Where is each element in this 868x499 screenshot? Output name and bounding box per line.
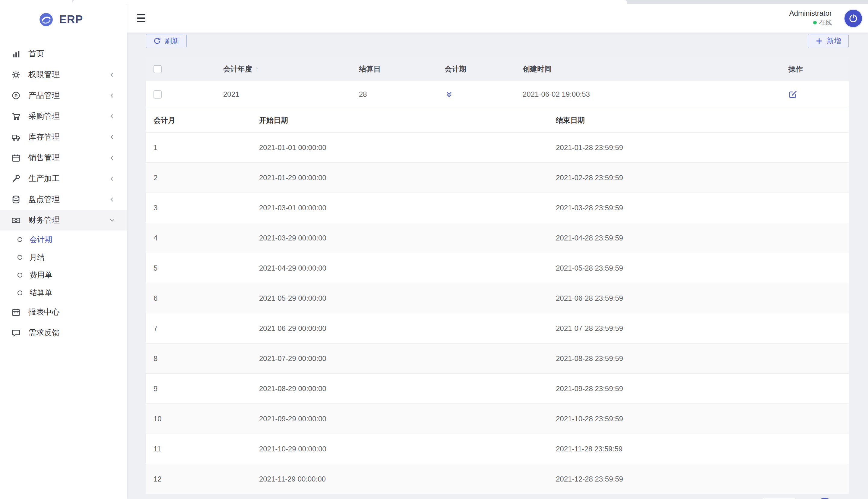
sidebar-item-sales[interactable]: 销售管理 <box>0 147 127 168</box>
row-checkbox[interactable] <box>154 90 162 99</box>
sort-asc-icon[interactable]: ↑ <box>255 65 259 73</box>
sidebar-item-accounting-period[interactable]: 会计期 <box>0 231 127 248</box>
month-cell: 12 <box>154 475 162 483</box>
page-number-button[interactable] <box>816 498 834 499</box>
end-date-cell: 2021-06-28 23:59:59 <box>556 294 623 303</box>
sidebar-item-inventory[interactable]: 库存管理 <box>0 126 127 147</box>
submenu-item-label: 结算单 <box>29 288 52 298</box>
submenu-item-label: 月结 <box>29 252 45 262</box>
chevron-left-icon <box>109 71 116 78</box>
chevron-left-icon <box>109 196 116 203</box>
sidebar-item-stocktaking[interactable]: 盘点管理 <box>0 189 127 210</box>
month-cell: 11 <box>154 445 161 453</box>
circle-icon <box>17 290 23 296</box>
sidebar-item-settlement-bill[interactable]: 结算单 <box>0 284 127 302</box>
sidebar-item-month-close[interactable]: 月结 <box>0 248 127 266</box>
edit-icon[interactable] <box>788 90 797 99</box>
end-date-cell: 2021-05-28 23:59:59 <box>556 264 623 272</box>
chevron-left-icon <box>109 133 116 141</box>
start-date-cell: 2021-09-29 00:00:00 <box>259 415 326 423</box>
refresh-button[interactable]: 刷新 <box>146 34 187 48</box>
database-icon <box>11 195 21 204</box>
subtable-header: 会计月 开始日期 结束日期 <box>146 108 849 133</box>
wrench-icon <box>11 174 21 183</box>
settle-day-cell: 28 <box>359 90 367 99</box>
sidebar-item-permissions[interactable]: 权限管理 <box>0 64 127 85</box>
online-status: 在线 <box>789 18 832 27</box>
sidebar-item-label: 采购管理 <box>28 111 60 121</box>
end-date-cell: 2021-02-28 23:59:59 <box>556 173 623 182</box>
table-header: 会计年度 ↑ 结算日 会计期 创建时间 操作 <box>146 57 849 81</box>
double-chevron-down-icon[interactable] <box>444 90 454 99</box>
plus-icon <box>815 37 823 45</box>
end-date-cell: 2021-12-28 23:59:59 <box>556 475 623 483</box>
hamburger-menu-icon[interactable] <box>137 14 145 22</box>
calendar-icon <box>11 154 21 162</box>
table-row: 10 2021-09-29 00:00:00 2021-10-28 23:59:… <box>146 404 849 434</box>
sidebar-item-label: 生产加工 <box>28 173 60 184</box>
chart-icon <box>11 49 21 59</box>
sidebar-item-expense-bill[interactable]: 费用单 <box>0 266 127 284</box>
start-date-cell: 2021-01-29 00:00:00 <box>259 173 326 182</box>
finance-submenu: 会计期 月结 费用单 结算单 <box>0 231 127 302</box>
topbar: Administrator 在线 <box>127 4 868 33</box>
start-date-cell: 2021-03-01 00:00:00 <box>259 204 326 212</box>
month-cell: 5 <box>154 264 157 272</box>
table-row: 2 2021-01-29 00:00:00 2021-02-28 23:59:5… <box>146 163 849 193</box>
table-row: 5 2021-04-29 00:00:00 2021-05-28 23:59:5… <box>146 253 849 283</box>
start-date-cell: 2021-03-29 00:00:00 <box>259 234 326 242</box>
submenu-item-label: 会计期 <box>29 234 52 244</box>
logo-text: ERP <box>59 13 83 26</box>
chevron-left-icon <box>109 154 116 161</box>
sidebar-item-label: 产品管理 <box>28 90 60 101</box>
toolbar: 刷新 新增 <box>146 34 849 48</box>
table-row: 6 2021-05-29 00:00:00 2021-06-28 23:59:5… <box>146 283 849 313</box>
user-block: Administrator 在线 <box>789 9 832 27</box>
sidebar-item-feedback[interactable]: 需求反馈 <box>0 322 127 343</box>
end-date-cell: 2021-01-28 23:59:59 <box>556 144 623 152</box>
column-header-period: 会计期 <box>444 64 466 74</box>
refresh-icon <box>153 37 161 45</box>
sidebar-item-label: 财务管理 <box>28 215 60 226</box>
circle-icon <box>17 254 23 260</box>
rows-per-page-select[interactable] <box>762 498 796 499</box>
add-button[interactable]: 新增 <box>808 34 849 48</box>
chevron-left-icon <box>109 175 116 182</box>
column-header-end: 结束日期 <box>556 115 585 125</box>
month-cell: 7 <box>154 324 157 333</box>
month-cell: 9 <box>154 385 157 393</box>
subtable-body: 1 2021-01-01 00:00:00 2021-01-28 23:59:5… <box>146 133 849 494</box>
month-cell: 4 <box>154 234 157 242</box>
start-date-cell: 2021-01-01 00:00:00 <box>259 144 326 152</box>
table-row: 7 2021-06-29 00:00:00 2021-07-28 23:59:5… <box>146 313 849 343</box>
avatar[interactable] <box>844 10 862 27</box>
sidebar-menu: 首页 权限管理 P 产品管理 <box>0 39 127 343</box>
sidebar-item-label: 权限管理 <box>28 69 60 80</box>
cart-icon <box>11 112 21 121</box>
month-cell: 6 <box>154 294 157 303</box>
select-all-checkbox[interactable] <box>154 65 162 73</box>
user-name[interactable]: Administrator <box>789 9 832 18</box>
chevron-left-icon <box>109 113 116 120</box>
sidebar-item-home[interactable]: 首页 <box>0 44 127 64</box>
table-row-year: 2021 28 2021-06-02 19:00:53 <box>146 81 849 108</box>
start-date-cell: 2021-11-29 00:00:00 <box>259 475 326 483</box>
column-header-settle-day: 结算日 <box>359 64 381 74</box>
report-icon <box>11 308 21 317</box>
year-cell: 2021 <box>223 90 239 99</box>
product-icon: P <box>11 91 21 100</box>
add-button-label: 新增 <box>827 36 841 46</box>
column-header-year: 会计年度 <box>223 64 252 74</box>
table-row: 4 2021-03-29 00:00:00 2021-04-28 23:59:5… <box>146 223 849 253</box>
logo[interactable]: ERP <box>0 0 127 39</box>
circle-icon <box>17 236 23 243</box>
sidebar-item-finance[interactable]: 财务管理 <box>0 210 127 231</box>
end-date-cell: 2021-08-28 23:59:59 <box>556 354 623 363</box>
sidebar-item-products[interactable]: P 产品管理 <box>0 85 127 106</box>
start-date-cell: 2021-05-29 00:00:00 <box>259 294 326 303</box>
globe-icon <box>39 12 54 27</box>
sidebar-item-production[interactable]: 生产加工 <box>0 168 127 189</box>
sidebar-item-reports[interactable]: 报表中心 <box>0 302 127 322</box>
sidebar-item-purchasing[interactable]: 采购管理 <box>0 106 127 126</box>
browser-tab <box>72 0 627 4</box>
